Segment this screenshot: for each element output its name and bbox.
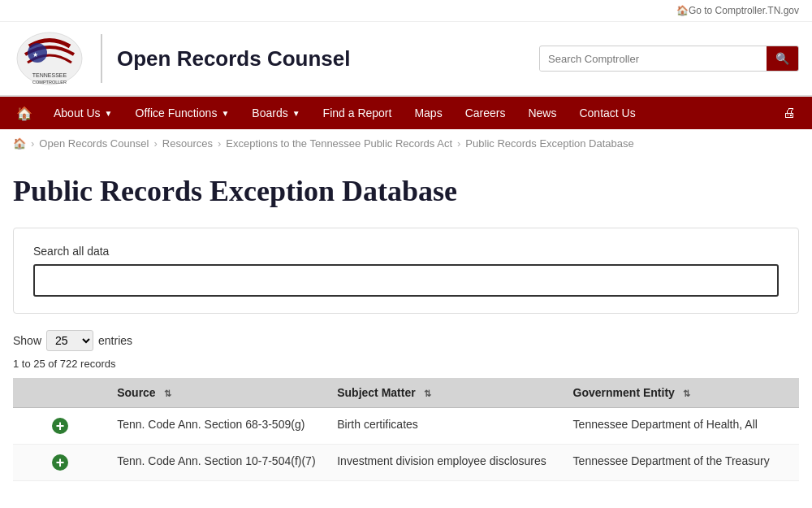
breadcrumb-resources[interactable]: Resources bbox=[162, 137, 213, 150]
logo-text: Open Records Counsel bbox=[117, 47, 351, 71]
top-bar: 🏠 Go to Comptroller.TN.gov bbox=[0, 0, 812, 22]
nav-contact[interactable]: Contact Us bbox=[568, 97, 646, 129]
col-source-header[interactable]: Source ⇅ bbox=[107, 378, 327, 408]
site-header: ★ TENNESSEE COMPTROLLER Open Records Cou… bbox=[0, 22, 812, 97]
col-expand-header bbox=[13, 378, 107, 408]
table-header-row: Source ⇅ Subject Matter ⇅ Government Ent… bbox=[13, 378, 799, 408]
search-all-input[interactable] bbox=[33, 264, 779, 297]
table-controls: Show 25 50 100 entries bbox=[13, 330, 799, 351]
nav-careers[interactable]: Careers bbox=[454, 97, 517, 129]
entity-cell: Tennessee Department of Health, All bbox=[564, 408, 799, 445]
search-all-label: Search all data bbox=[33, 245, 779, 258]
entries-select[interactable]: 25 50 100 bbox=[46, 330, 93, 351]
logo-divider bbox=[101, 34, 102, 83]
breadcrumb-sep: › bbox=[153, 137, 157, 150]
breadcrumb-orc[interactable]: Open Records Counsel bbox=[39, 137, 149, 150]
nav-find-report[interactable]: Find a Report bbox=[312, 97, 404, 129]
col-subject-header[interactable]: Subject Matter ⇅ bbox=[327, 378, 563, 408]
nav-right: 🖨 bbox=[773, 98, 806, 128]
caret-icon: ▼ bbox=[105, 109, 113, 118]
show-label: Show bbox=[13, 334, 41, 347]
caret-icon: ▼ bbox=[221, 109, 229, 118]
logo-area: ★ TENNESSEE COMPTROLLER Open Records Cou… bbox=[13, 30, 351, 87]
nav-boards[interactable]: Boards ▼ bbox=[240, 97, 311, 129]
breadcrumb-sep: › bbox=[218, 137, 221, 150]
subject-cell: Investment division employee disclosures bbox=[327, 445, 563, 481]
table-row: + Tenn. Code Ann. Section 10-7-504(f)(7)… bbox=[13, 445, 799, 481]
main-nav: 🏠 About Us ▼ Office Functions ▼ Boards ▼… bbox=[0, 97, 812, 129]
caret-icon: ▼ bbox=[292, 109, 300, 118]
nav-home[interactable]: 🏠 bbox=[6, 98, 42, 129]
table-row: + Tenn. Code Ann. Section 68-3-509(g) Bi… bbox=[13, 408, 799, 445]
nav-about[interactable]: About Us ▼ bbox=[42, 97, 124, 129]
records-table: Source ⇅ Subject Matter ⇅ Government Ent… bbox=[13, 378, 799, 481]
home-icon: 🏠 bbox=[676, 5, 689, 16]
expand-icon[interactable]: + bbox=[52, 454, 68, 471]
source-cell: Tenn. Code Ann. Section 68-3-509(g) bbox=[107, 408, 327, 445]
breadcrumb-home[interactable]: 🏠 bbox=[13, 137, 26, 150]
source-cell: Tenn. Code Ann. Section 10-7-504(f)(7) bbox=[107, 445, 327, 481]
org-title: Open Records Counsel bbox=[117, 47, 351, 71]
sort-icon: ⇅ bbox=[683, 389, 690, 399]
expand-cell[interactable]: + bbox=[13, 408, 107, 445]
records-count: 1 to 25 of 722 records bbox=[13, 358, 799, 370]
comptroller-link[interactable]: Go to Comptroller.TN.gov bbox=[689, 5, 799, 16]
search-button[interactable]: 🔍 bbox=[767, 46, 798, 71]
breadcrumb-sep: › bbox=[457, 137, 460, 150]
search-section: Search all data bbox=[13, 228, 799, 314]
breadcrumb: 🏠 › Open Records Counsel › Resources › E… bbox=[0, 129, 812, 158]
nav-news[interactable]: News bbox=[516, 97, 568, 129]
svg-text:COMPTROLLER: COMPTROLLER bbox=[32, 80, 67, 85]
page-title: Public Records Exception Database bbox=[13, 174, 799, 208]
sort-icon: ⇅ bbox=[164, 389, 171, 399]
entity-cell: Tennessee Department of the Treasury bbox=[564, 445, 799, 481]
expand-icon[interactable]: + bbox=[52, 418, 68, 434]
entries-label: entries bbox=[98, 334, 132, 347]
expand-cell[interactable]: + bbox=[13, 445, 107, 481]
svg-text:★: ★ bbox=[32, 51, 38, 59]
print-button[interactable]: 🖨 bbox=[773, 98, 806, 128]
nav-maps[interactable]: Maps bbox=[403, 97, 453, 129]
sort-icon: ⇅ bbox=[424, 389, 431, 399]
nav-office-functions[interactable]: Office Functions ▼ bbox=[124, 97, 241, 129]
search-area: 🔍 bbox=[539, 46, 799, 72]
svg-text:TENNESSEE: TENNESSEE bbox=[32, 72, 67, 78]
breadcrumb-exceptions[interactable]: Exceptions to the Tennessee Public Recor… bbox=[226, 137, 452, 150]
subject-cell: Birth certificates bbox=[327, 408, 563, 445]
col-entity-header[interactable]: Government Entity ⇅ bbox=[564, 378, 799, 408]
breadcrumb-sep: › bbox=[31, 137, 34, 150]
main-content: Public Records Exception Database Search… bbox=[0, 158, 812, 497]
search-input[interactable] bbox=[540, 47, 767, 71]
logo-emblem: ★ TENNESSEE COMPTROLLER bbox=[13, 30, 86, 87]
breadcrumb-current: Public Records Exception Database bbox=[465, 137, 633, 150]
search-box: 🔍 bbox=[539, 46, 799, 72]
